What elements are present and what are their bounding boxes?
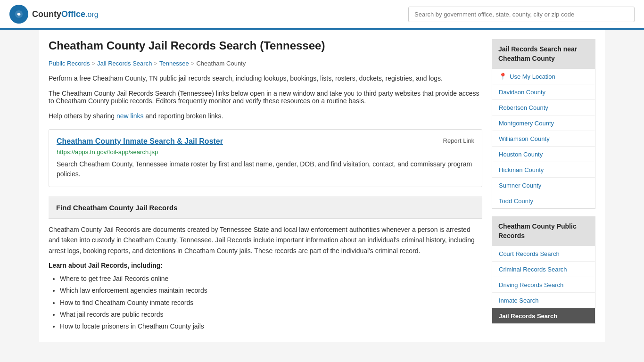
sidebar-section1-title: Jail Records Search near Cheatham County	[492, 39, 595, 69]
intro-para1: Perform a free Cheatham County, TN publi…	[49, 74, 482, 82]
result-description: Search Cheatham County, Tennessee inmate…	[57, 159, 474, 179]
sidebar-county-link[interactable]: Montgomery County	[499, 120, 554, 127]
sidebar-county-link[interactable]: Robertson County	[499, 104, 548, 111]
logo-org: .org	[85, 10, 99, 18]
jail-records-description: Cheatham County Jail Records are documen…	[49, 224, 482, 256]
breadcrumb-jail-records[interactable]: Jail Records Search	[97, 60, 152, 67]
breadcrumb-tennessee[interactable]: Tennessee	[159, 60, 189, 67]
sidebar-county-item[interactable]: Sumner County	[492, 178, 595, 193]
sidebar-public-record-link[interactable]: Driving Records Search	[499, 281, 563, 288]
sidebar-public-record-link[interactable]: Inmate Search	[499, 297, 539, 304]
learn-list-item: Which law enforcement agencies maintain …	[60, 285, 482, 296]
learn-list-item: What jail records are public records	[60, 309, 482, 321]
sidebar-county-link[interactable]: Hickman County	[499, 166, 544, 173]
logo-text: CountyOffice.org	[32, 9, 99, 19]
sidebar-county-link[interactable]: Sumner County	[499, 182, 541, 189]
logo-area: CountyOffice.org	[9, 5, 99, 24]
sidebar-public-record-item[interactable]: Court Records Search	[492, 246, 595, 262]
learn-title: Learn about Jail Records, including:	[49, 262, 482, 269]
result-card: Report Link Cheatham County Inmate Searc…	[49, 129, 482, 187]
sidebar-public-record-item[interactable]: Inmate Search	[492, 293, 595, 308]
sidebar-use-location[interactable]: 📍 Use My Location	[492, 69, 595, 84]
sidebar-public-record-link[interactable]: Criminal Records Search	[499, 266, 567, 273]
sidebar: Jail Records Search near Cheatham County…	[492, 39, 595, 332]
search-input[interactable]	[408, 7, 635, 22]
sidebar-public-records-items: Court Records SearchCriminal Records Sea…	[492, 246, 595, 324]
result-title[interactable]: Cheatham County Inmate Search & Jail Ros…	[57, 137, 223, 145]
breadcrumb-current: Cheatham County	[196, 60, 246, 67]
nearby-counties-list: Davidson CountyRobertson CountyMontgomer…	[492, 84, 595, 208]
sidebar-county-link[interactable]: Houston County	[499, 151, 543, 158]
sidebar-nearby-section: Jail Records Search near Cheatham County…	[492, 39, 595, 209]
learn-list-item: Where to get free Jail Records online	[60, 273, 482, 285]
report-link[interactable]: Report Link	[443, 137, 474, 144]
learn-list: Where to get free Jail Records onlineWhi…	[49, 273, 482, 332]
sidebar-public-record-link-active[interactable]: Jail Records Search	[499, 313, 557, 320]
sidebar-county-item[interactable]: Robertson County	[492, 100, 595, 115]
sidebar-county-item[interactable]: Todd County	[492, 193, 595, 208]
sidebar-section2-title: Cheatham County Public Records	[492, 216, 595, 246]
sidebar-nearby-items: 📍 Use My Location Davidson CountyRoberts…	[492, 69, 595, 209]
page-title: Cheatham County Jail Records Search (Ten…	[49, 39, 482, 52]
public-records-list: Court Records SearchCriminal Records Sea…	[492, 246, 595, 323]
sidebar-county-item[interactable]: Hickman County	[492, 162, 595, 178]
result-url[interactable]: https://apps.tn.gov/foil-app/search.jsp	[57, 148, 474, 156]
sidebar-county-item[interactable]: Houston County	[492, 147, 595, 162]
svg-point-2	[17, 13, 20, 16]
sidebar-county-link[interactable]: Davidson County	[499, 89, 545, 96]
sidebar-public-record-item-active[interactable]: Jail Records Search	[492, 308, 595, 323]
sidebar-public-record-link[interactable]: Court Records Search	[499, 250, 560, 257]
sidebar-county-item[interactable]: Williamson County	[492, 131, 595, 147]
section-jail-title: Find Cheatham County Jail Records	[56, 204, 178, 212]
learn-list-item: How to locate prisoners in Cheatham Coun…	[60, 321, 482, 332]
breadcrumb: Public Records > Jail Records Search > T…	[49, 60, 482, 67]
logo-icon	[9, 5, 28, 24]
sidebar-county-item[interactable]: Montgomery County	[492, 115, 595, 131]
section-jail-records-header: Find Cheatham County Jail Records	[49, 197, 482, 219]
new-links-link[interactable]: new links	[116, 112, 144, 120]
sidebar-county-link[interactable]: Williamson County	[499, 135, 550, 142]
sidebar-public-record-item[interactable]: Driving Records Search	[492, 277, 595, 293]
sidebar-public-records-section: Cheatham County Public Records Court Rec…	[492, 216, 595, 324]
intro-para3: Help others by sharing new links and rep…	[49, 112, 482, 120]
intro-para2: The Cheatham County Jail Records Search …	[49, 90, 482, 105]
learn-list-item: How to find Cheatham County inmate recor…	[60, 297, 482, 309]
breadcrumb-public-records[interactable]: Public Records	[49, 60, 90, 67]
use-my-location-link[interactable]: Use My Location	[510, 73, 555, 80]
sidebar-county-item[interactable]: Davidson County	[492, 84, 595, 100]
location-icon: 📍	[499, 73, 507, 80]
sidebar-county-link[interactable]: Todd County	[499, 197, 533, 205]
sidebar-public-record-item[interactable]: Criminal Records Search	[492, 262, 595, 277]
